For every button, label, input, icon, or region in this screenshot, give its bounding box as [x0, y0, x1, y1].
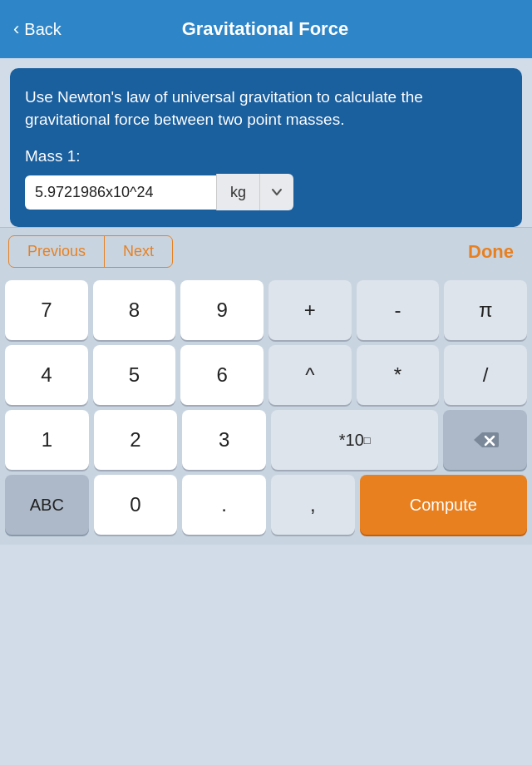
key-abc[interactable]: ABC: [5, 475, 89, 535]
back-chevron-icon: ‹: [13, 18, 19, 40]
unit-dropdown-button[interactable]: [259, 174, 293, 210]
back-label: Back: [24, 20, 61, 39]
key-row-2: 4 5 6 ^ * /: [5, 345, 527, 405]
key-0[interactable]: 0: [94, 475, 178, 535]
key-dot[interactable]: .: [182, 475, 266, 535]
key-plus[interactable]: +: [268, 280, 352, 340]
page-title: Gravitational Force: [62, 18, 469, 40]
input-row: kg: [25, 174, 507, 210]
key-4[interactable]: 4: [5, 345, 88, 405]
key-caret[interactable]: ^: [268, 345, 352, 405]
done-button[interactable]: Done: [458, 234, 524, 269]
header: ‹ Back Gravitational Force: [0, 0, 532, 58]
key-row-3: 1 2 3 *10□: [5, 410, 527, 470]
next-button[interactable]: Next: [105, 236, 172, 267]
key-6[interactable]: 6: [180, 345, 264, 405]
key-row-1: 7 8 9 + - π: [5, 280, 527, 340]
info-card: Use Newton's law of universal gravitatio…: [10, 68, 522, 227]
superscript-icon: □: [364, 434, 371, 447]
key-7[interactable]: 7: [5, 280, 88, 340]
nav-group: Previous Next: [8, 235, 173, 268]
mass1-input[interactable]: [25, 175, 216, 210]
description-text: Use Newton's law of universal gravitatio…: [25, 86, 507, 131]
key-multiply[interactable]: *: [357, 345, 440, 405]
key-row-4: ABC 0 . , Compute: [5, 475, 527, 535]
key-pi[interactable]: π: [444, 280, 527, 340]
keyboard-toolbar: Previous Next Done: [0, 227, 532, 275]
chevron-down-icon: [270, 185, 283, 199]
key-comma[interactable]: ,: [271, 475, 355, 535]
unit-label: kg: [216, 174, 259, 210]
key-9[interactable]: 9: [180, 280, 264, 340]
key-8[interactable]: 8: [93, 280, 176, 340]
field-label: Mass 1:: [25, 147, 507, 165]
keyboard: 7 8 9 + - π 4 5 6 ^ * / 1 2 3 *10□ ABC 0…: [0, 275, 532, 545]
key-times10[interactable]: *10□: [271, 410, 438, 470]
key-5[interactable]: 5: [93, 345, 176, 405]
key-minus[interactable]: -: [357, 280, 440, 340]
key-1[interactable]: 1: [5, 410, 89, 470]
previous-button[interactable]: Previous: [9, 236, 105, 267]
backspace-icon: [472, 431, 499, 449]
back-button[interactable]: ‹ Back: [13, 18, 62, 40]
compute-button[interactable]: Compute: [360, 475, 527, 535]
key-backspace[interactable]: [443, 410, 527, 470]
key-divide[interactable]: /: [444, 345, 527, 405]
key-2[interactable]: 2: [94, 410, 178, 470]
key-3[interactable]: 3: [182, 410, 266, 470]
